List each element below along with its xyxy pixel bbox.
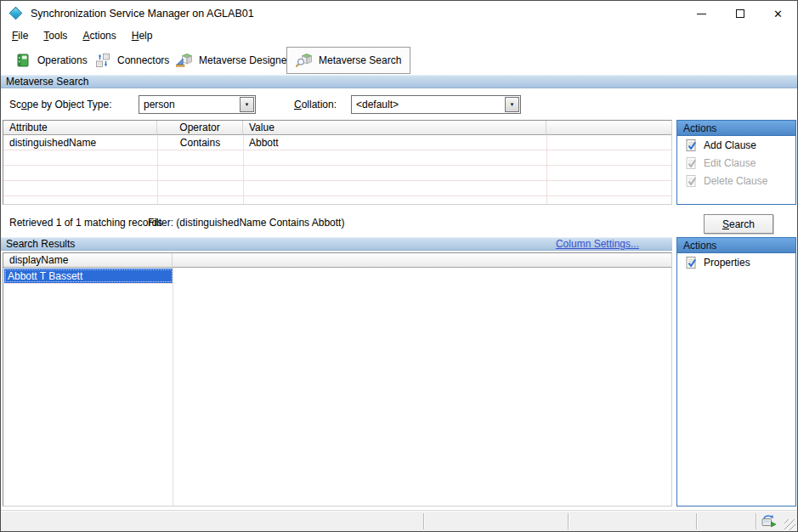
object-type-value: person xyxy=(139,99,239,110)
column-header-blank xyxy=(546,121,671,135)
tab-connectors-label: Connectors xyxy=(117,54,169,66)
green-journal-icon xyxy=(14,54,31,68)
app-icon xyxy=(9,7,23,20)
chevron-down-icon[interactable]: ▼ xyxy=(240,97,254,112)
column-header-attribute[interactable]: Attribute xyxy=(3,121,157,135)
scope-row: Scope by Object Type: person ▼ Collation… xyxy=(1,89,797,120)
status-bar xyxy=(1,510,797,532)
clipboard-check-icon xyxy=(684,174,698,188)
clause-actions-panel: Actions Add Clause Edit Clause xyxy=(676,120,796,205)
search-button-label: Search xyxy=(722,218,755,230)
column-header-blank xyxy=(173,253,671,268)
query-status-line: Retrieved 1 of 1 matching records Filter… xyxy=(1,217,672,230)
menu-help[interactable]: Help xyxy=(124,27,161,44)
resize-grip[interactable] xyxy=(784,519,795,530)
close-button[interactable]: ✕ xyxy=(759,1,797,26)
window-title: Synchronization Service Manager on AGLAB… xyxy=(31,8,254,20)
search-results-section-title: Search Results xyxy=(6,238,75,250)
column-header-value[interactable]: Value xyxy=(243,121,546,135)
properties-label: Properties xyxy=(704,257,750,269)
clause-actions-header: Actions xyxy=(677,121,795,136)
clause-grid-header: Attribute Operator Value xyxy=(3,121,671,135)
result-row-selected[interactable]: Abbott T Bassett xyxy=(4,269,173,283)
tab-metaverse-designer-label: Metaverse Designer xyxy=(199,54,290,66)
clause-grid-empty-rows xyxy=(3,150,671,204)
menu-tools[interactable]: Tools xyxy=(36,27,75,44)
tab-metaverse-search[interactable]: Metaverse Search xyxy=(286,47,410,74)
caption-buttons: ✕ xyxy=(682,1,797,26)
menu-actions[interactable]: Actions xyxy=(75,27,123,44)
maximize-button[interactable] xyxy=(721,1,759,26)
tab-metaverse-search-label: Metaverse Search xyxy=(319,54,401,66)
delete-clause-button: Delete Clause xyxy=(677,172,795,190)
clipboard-check-icon xyxy=(684,156,698,170)
clipboard-check-icon xyxy=(684,139,698,152)
edit-clause-label: Edit Clause xyxy=(704,157,756,169)
filter-text: Filter: (distinguishedName Contains Abbo… xyxy=(148,217,344,229)
grid-line xyxy=(546,135,547,204)
metaverse-search-section-title: Metaverse Search xyxy=(6,76,88,88)
search-button[interactable]: Search xyxy=(704,214,773,234)
statusbar-divider xyxy=(696,513,698,529)
results-actions-panel: Actions Properties xyxy=(676,237,796,507)
diamond-icon xyxy=(9,7,23,20)
cube-with-magnifier-icon xyxy=(296,54,313,68)
column-header-operator[interactable]: Operator xyxy=(157,121,243,135)
main-toolbar: Operations Connectors xyxy=(1,45,797,75)
connector-tables-arrows-icon xyxy=(94,54,111,68)
search-results-section-header: Search Results Column Settings... xyxy=(1,237,672,251)
app-window: Synchronization Service Manager on AGLAB… xyxy=(0,0,798,532)
results-actions-header: Actions xyxy=(677,238,795,253)
edit-clause-button: Edit Clause xyxy=(677,154,795,172)
chevron-down-icon[interactable]: ▼ xyxy=(505,97,519,112)
clause-row[interactable]: distinguishedName Contains Abbott xyxy=(3,135,671,150)
results-grid-header: displayName xyxy=(3,253,671,268)
search-clause-grid: Attribute Operator Value distinguishedNa… xyxy=(3,120,672,205)
cube-with-set-square-icon xyxy=(176,54,193,68)
grid-line xyxy=(4,283,173,284)
statusbar-divider xyxy=(756,513,757,529)
add-clause-button[interactable]: Add Clause xyxy=(677,136,795,154)
add-clause-label: Add Clause xyxy=(704,139,756,151)
object-type-dropdown[interactable]: person ▼ xyxy=(139,95,256,114)
column-settings-link[interactable]: Column Settings... xyxy=(556,238,639,250)
properties-button[interactable]: Properties xyxy=(677,253,795,271)
menu-file[interactable]: File xyxy=(4,27,36,44)
collation-dropdown[interactable]: <default> ▼ xyxy=(351,95,521,114)
minimize-icon xyxy=(697,14,706,14)
menu-bar: File Tools Actions Help xyxy=(1,26,797,45)
delete-clause-label: Delete Clause xyxy=(704,175,767,187)
tab-metaverse-designer[interactable]: Metaverse Designer xyxy=(167,48,298,72)
collation-label: Collation: xyxy=(294,99,337,110)
close-icon: ✕ xyxy=(773,8,783,20)
title-bar: Synchronization Service Manager on AGLAB… xyxy=(1,1,797,26)
maximize-icon xyxy=(736,9,744,18)
scope-by-object-type-label: Scope by Object Type: xyxy=(9,99,112,110)
search-results-grid: displayName Abbott T Bassett xyxy=(3,252,672,507)
clause-attribute: distinguishedName xyxy=(3,137,157,149)
grid-line xyxy=(173,268,173,506)
grid-line xyxy=(157,135,158,204)
tab-connectors[interactable]: Connectors xyxy=(86,48,178,72)
metaverse-search-section-header: Metaverse Search xyxy=(1,75,797,88)
statusbar-divider xyxy=(423,513,425,529)
retrieved-count-text: Retrieved 1 of 1 matching records xyxy=(9,217,162,229)
sync-status-icon xyxy=(761,514,778,529)
statusbar-divider xyxy=(568,513,569,529)
collation-value: <default> xyxy=(352,99,504,110)
grid-line xyxy=(243,135,244,204)
minimize-button[interactable] xyxy=(682,1,721,26)
clause-value: Abbott xyxy=(243,137,546,149)
clause-operator: Contains xyxy=(157,137,243,149)
column-header-displayname[interactable]: displayName xyxy=(3,253,173,268)
clipboard-check-icon xyxy=(684,256,698,269)
tab-operations[interactable]: Operations xyxy=(6,48,96,72)
tab-operations-label: Operations xyxy=(37,54,88,66)
